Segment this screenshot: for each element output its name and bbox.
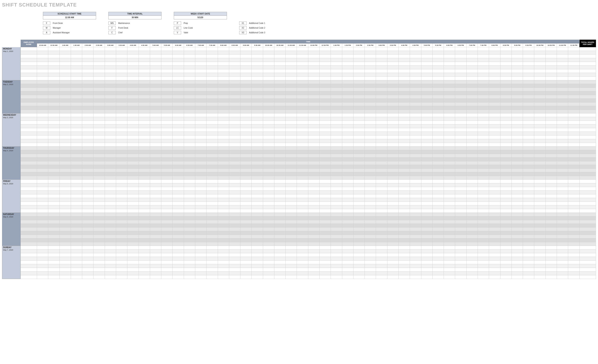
shift-slot[interactable]	[557, 113, 568, 117]
shift-slot[interactable]	[308, 150, 319, 154]
shift-slot[interactable]	[37, 246, 48, 249]
shift-slot[interactable]	[252, 69, 263, 73]
shift-slot[interactable]	[71, 91, 82, 95]
shift-slot[interactable]	[93, 88, 105, 91]
shift-slot[interactable]	[320, 209, 331, 213]
shift-slot[interactable]	[410, 143, 421, 147]
shift-slot[interactable]	[161, 157, 173, 161]
shift-slot[interactable]	[37, 95, 48, 99]
shift-slot[interactable]	[387, 261, 399, 264]
shift-slot[interactable]	[353, 106, 365, 110]
shift-slot[interactable]	[387, 62, 399, 66]
shift-slot[interactable]	[444, 88, 455, 91]
shift-slot[interactable]	[308, 205, 319, 209]
shift-slot[interactable]	[365, 58, 376, 62]
shift-slot[interactable]	[365, 268, 376, 272]
shift-slot[interactable]	[466, 77, 478, 80]
shift-slot[interactable]	[37, 106, 48, 110]
shift-slot[interactable]	[59, 124, 71, 128]
shift-slot[interactable]	[297, 253, 308, 257]
shift-slot[interactable]	[297, 187, 308, 191]
shift-slot[interactable]	[387, 198, 399, 202]
shift-slot[interactable]	[353, 139, 365, 143]
shift-slot[interactable]	[173, 257, 184, 261]
shift-slot[interactable]	[263, 246, 274, 249]
shift-slot[interactable]	[432, 154, 444, 157]
shift-slot[interactable]	[331, 150, 342, 154]
shift-slot[interactable]	[421, 124, 432, 128]
shift-slot[interactable]	[207, 220, 218, 224]
shift-slot[interactable]	[173, 84, 184, 88]
shift-slot[interactable]	[353, 117, 365, 121]
shift-slot[interactable]	[421, 224, 432, 227]
shift-slot[interactable]	[184, 242, 195, 246]
shift-slot[interactable]	[37, 66, 48, 69]
shift-slot[interactable]	[241, 275, 252, 279]
shift-slot[interactable]	[173, 143, 184, 147]
shift-slot[interactable]	[342, 150, 353, 154]
shift-slot[interactable]	[376, 66, 387, 69]
shift-slot[interactable]	[241, 220, 252, 224]
shift-slot[interactable]	[421, 187, 432, 191]
shift-slot[interactable]	[229, 264, 240, 268]
shift-slot[interactable]	[523, 62, 534, 66]
shift-slot[interactable]	[59, 113, 71, 117]
shift-slot[interactable]	[127, 121, 139, 124]
shift-slot[interactable]	[161, 113, 173, 117]
shift-slot[interactable]	[523, 135, 534, 139]
shift-slot[interactable]	[207, 139, 218, 143]
shift-slot[interactable]	[455, 143, 466, 147]
shift-slot[interactable]	[116, 91, 127, 95]
shift-slot[interactable]	[320, 99, 331, 102]
shift-slot[interactable]	[139, 150, 150, 154]
shift-slot[interactable]	[489, 191, 500, 194]
shift-slot[interactable]	[478, 55, 489, 58]
shift-slot[interactable]	[489, 66, 500, 69]
shift-slot[interactable]	[161, 275, 173, 279]
shift-slot[interactable]	[399, 80, 410, 84]
shift-slot[interactable]	[399, 272, 410, 275]
shift-slot[interactable]	[105, 180, 116, 183]
shift-slot[interactable]	[105, 249, 116, 253]
shift-slot[interactable]	[274, 224, 285, 227]
shift-slot[interactable]	[444, 268, 455, 272]
shift-slot[interactable]	[410, 88, 421, 91]
shift-slot[interactable]	[444, 135, 455, 139]
shift-slot[interactable]	[139, 220, 150, 224]
shift-slot[interactable]	[161, 231, 173, 235]
shift-slot[interactable]	[308, 62, 319, 66]
shift-slot[interactable]	[568, 51, 580, 55]
shift-slot[interactable]	[184, 135, 195, 139]
shift-slot[interactable]	[568, 117, 580, 121]
shift-slot[interactable]	[489, 257, 500, 261]
employee-cell[interactable]	[21, 268, 37, 272]
shift-slot[interactable]	[399, 227, 410, 231]
shift-slot[interactable]	[59, 249, 71, 253]
shift-slot[interactable]	[421, 268, 432, 272]
shift-slot[interactable]	[127, 275, 139, 279]
shift-slot[interactable]	[512, 150, 523, 154]
shift-slot[interactable]	[478, 84, 489, 88]
shift-slot[interactable]	[241, 143, 252, 147]
shift-slot[interactable]	[37, 176, 48, 180]
shift-slot[interactable]	[365, 187, 376, 191]
shift-slot[interactable]	[48, 239, 59, 242]
shift-slot[interactable]	[534, 176, 546, 180]
shift-slot[interactable]	[274, 268, 285, 272]
shift-slot[interactable]	[59, 66, 71, 69]
shift-slot[interactable]	[500, 154, 512, 157]
shift-slot[interactable]	[557, 264, 568, 268]
shift-slot[interactable]	[218, 202, 229, 205]
shift-slot[interactable]	[365, 150, 376, 154]
shift-slot[interactable]	[466, 194, 478, 198]
shift-slot[interactable]	[286, 102, 297, 106]
shift-slot[interactable]	[195, 99, 206, 102]
shift-slot[interactable]	[252, 150, 263, 154]
shift-slot[interactable]	[207, 154, 218, 157]
shift-slot[interactable]	[241, 231, 252, 235]
shift-slot[interactable]	[207, 128, 218, 132]
shift-slot[interactable]	[455, 102, 466, 106]
shift-slot[interactable]	[557, 165, 568, 169]
shift-slot[interactable]	[478, 227, 489, 231]
shift-slot[interactable]	[320, 268, 331, 272]
